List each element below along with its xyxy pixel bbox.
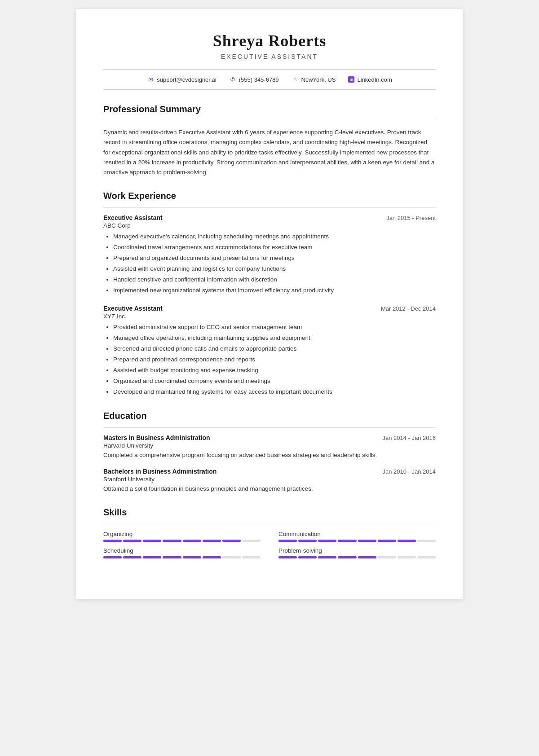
location-value: NewYork, US [301, 76, 336, 83]
skill-segment-1-5 [378, 540, 396, 542]
job-bullet-1-0: Provided administrative support to CEO a… [113, 322, 436, 333]
summary-title: Professional Summary [103, 104, 436, 114]
skill-item-1: Communication [278, 531, 436, 542]
job-bullet-0-4: Handled sensitive and confidential infor… [113, 275, 436, 285]
candidate-name: Shreya Roberts [103, 31, 436, 50]
skill-segment-0-0 [103, 540, 122, 542]
summary-text: Dynamic and results-driven Executive Ass… [103, 127, 436, 177]
job-bullets-0: Managed executive's calendar, including … [103, 232, 436, 296]
skill-segment-2-5 [203, 556, 221, 558]
skill-segment-1-1 [298, 540, 317, 542]
job-company-0: ABC Corp [103, 222, 436, 229]
skills-section: Skills OrganizingCommunicationScheduling… [103, 507, 436, 558]
education-section: Education Masters in Business Administra… [103, 411, 436, 494]
skill-segment-3-1 [298, 556, 317, 558]
job-bullet-0-0: Managed executive's calendar, including … [113, 232, 436, 242]
education-divider [103, 427, 436, 428]
skill-segment-3-2 [318, 556, 336, 558]
skill-segment-1-3 [338, 540, 356, 542]
education-title: Education [103, 411, 436, 421]
experience-list: Executive AssistantJan 2015 - PresentABC… [103, 214, 436, 397]
experience-title: Work Experience [103, 191, 436, 201]
job-title-1: Executive Assistant [103, 305, 163, 312]
skill-segment-0-1 [123, 540, 141, 542]
skill-segment-3-6 [398, 556, 416, 558]
skill-item-0: Organizing [103, 531, 261, 542]
linkedin-value: LinkedIn.com [357, 76, 392, 83]
skill-bar-3 [278, 556, 436, 558]
job-header-0: Executive AssistantJan 2015 - Present [103, 214, 436, 221]
skill-segment-3-4 [358, 556, 376, 558]
job-block-1: Executive AssistantMar 2012 - Dec 2014XY… [103, 305, 436, 397]
phone-value: (555) 345-6789 [239, 76, 279, 83]
job-bullet-1-4: Assisted with budget monitoring and expe… [113, 365, 436, 376]
skill-item-3: Problem-solving [278, 547, 436, 558]
skill-name-0: Organizing [103, 531, 261, 537]
skills-title: Skills [103, 507, 436, 518]
edu-dates-0: Jan 2014 - Jan 2016 [382, 435, 436, 441]
job-bullet-0-1: Coordinated travel arrangements and acco… [113, 242, 436, 253]
skill-segment-2-3 [163, 556, 181, 558]
skill-segment-1-0 [278, 540, 297, 542]
skill-segment-2-4 [183, 556, 201, 558]
job-bullet-1-3: Prepared and proofread correspondence an… [113, 355, 436, 365]
edu-header-1: Bachelors in Business AdministrationJan … [103, 468, 436, 475]
job-bullet-1-2: Screened and directed phone calls and em… [113, 344, 436, 354]
job-company-1: XYZ Inc. [103, 313, 436, 320]
skill-bar-2 [103, 556, 261, 558]
skill-name-3: Problem-solving [278, 547, 436, 554]
phone-contact: ✆ (555) 345-6789 [229, 76, 279, 83]
edu-school-1: Stanford University [103, 476, 436, 483]
summary-divider [103, 121, 436, 121]
skill-segment-2-1 [123, 556, 141, 558]
resume-container: Shreya Roberts Executive Assistant suppo… [76, 9, 463, 599]
contact-bar: support@cvdesigner.ai ✆ (555) 345-6789 ⌂… [103, 69, 436, 90]
job-bullet-0-3: Assisted with event planning and logisti… [113, 264, 436, 274]
location-icon: ⌂ [292, 76, 299, 83]
skill-segment-0-7 [242, 540, 261, 542]
skill-segment-1-2 [318, 540, 336, 542]
skill-segment-0-4 [183, 540, 201, 542]
skills-grid: OrganizingCommunicationSchedulingProblem… [103, 531, 436, 558]
skill-segment-2-6 [222, 556, 241, 558]
location-contact: ⌂ NewYork, US [292, 76, 336, 83]
skill-bar-1 [278, 540, 436, 542]
skill-segment-1-4 [358, 540, 376, 542]
skill-segment-0-3 [163, 540, 181, 542]
skill-segment-1-7 [417, 540, 436, 542]
skill-segment-2-7 [242, 556, 261, 558]
experience-divider [103, 207, 436, 208]
skill-segment-1-6 [398, 540, 416, 542]
phone-icon: ✆ [229, 76, 236, 83]
edu-block-1: Bachelors in Business AdministrationJan … [103, 468, 436, 494]
experience-section: Work Experience Executive AssistantJan 2… [103, 191, 436, 397]
skill-segment-3-5 [378, 556, 396, 558]
resume-header: Shreya Roberts Executive Assistant [103, 31, 436, 60]
job-dates-0: Jan 2015 - Present [386, 215, 436, 221]
skill-item-2: Scheduling [103, 547, 261, 558]
job-block-0: Executive AssistantJan 2015 - PresentABC… [103, 214, 436, 296]
skill-segment-2-0 [103, 556, 122, 558]
job-bullet-1-1: Managed office operations, including mai… [113, 333, 436, 343]
summary-section: Professional Summary Dynamic and results… [103, 104, 436, 177]
linkedin-icon: in [348, 76, 354, 83]
skill-segment-3-0 [278, 556, 297, 558]
edu-desc-1: Obtained a solid foundation in business … [103, 484, 436, 494]
edu-header-0: Masters in Business AdministrationJan 20… [103, 434, 436, 441]
skills-divider [103, 524, 436, 524]
job-bullet-1-5: Organized and coordinated company events… [113, 376, 436, 387]
edu-school-0: Harvard University [103, 442, 436, 449]
edu-dates-1: Jan 2010 - Jan 2014 [382, 468, 436, 475]
edu-block-0: Masters in Business AdministrationJan 20… [103, 434, 436, 460]
job-bullets-1: Provided administrative support to CEO a… [103, 322, 436, 397]
skill-name-2: Scheduling [103, 547, 261, 554]
edu-degree-0: Masters in Business Administration [103, 434, 210, 441]
skill-segment-0-2 [143, 540, 161, 542]
job-title-0: Executive Assistant [103, 214, 163, 221]
job-dates-1: Mar 2012 - Dec 2014 [381, 305, 436, 312]
skill-segment-3-7 [417, 556, 436, 558]
linkedin-contact: in LinkedIn.com [348, 76, 392, 83]
edu-desc-0: Completed a comprehensive program focusi… [103, 451, 436, 460]
education-list: Masters in Business AdministrationJan 20… [103, 434, 436, 494]
job-bullet-0-5: Implemented new organizational systems t… [113, 286, 436, 296]
